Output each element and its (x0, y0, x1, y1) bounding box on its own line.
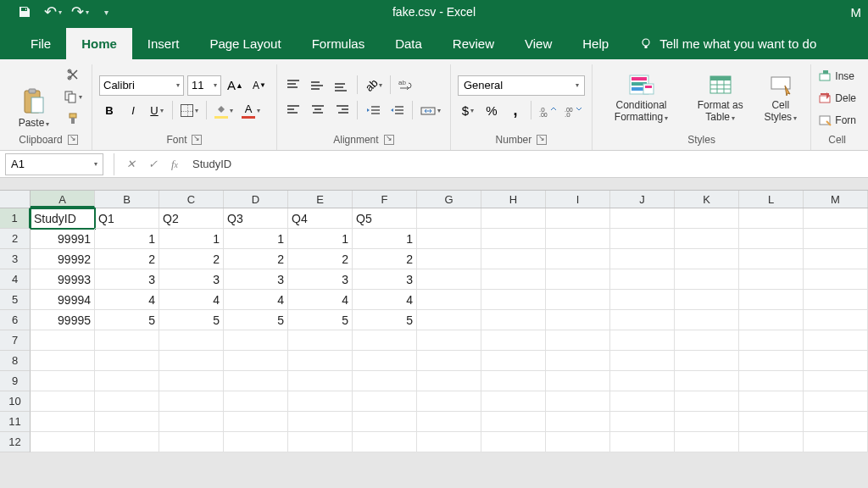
font-name-select[interactable]: Calibri▾ (99, 75, 184, 96)
fill-color-button[interactable]: ▾ (212, 101, 236, 121)
cell[interactable] (739, 229, 804, 249)
cell[interactable] (417, 351, 481, 371)
tab-home[interactable]: Home (66, 28, 132, 59)
cell[interactable] (610, 391, 675, 412)
cell[interactable]: 4 (224, 290, 288, 310)
cell[interactable]: 3 (288, 269, 353, 290)
cell[interactable] (481, 371, 546, 391)
cell[interactable] (804, 249, 868, 269)
tab-file[interactable]: File (15, 28, 66, 59)
merge-center-button[interactable]: ▾ (418, 101, 443, 121)
cell[interactable]: Q5 (353, 208, 417, 229)
format-cells-button[interactable]: Forn (818, 110, 856, 130)
paste-button[interactable]: Paste▾ (12, 64, 56, 130)
col-header[interactable]: I (546, 191, 610, 208)
cell[interactable] (804, 229, 868, 249)
cell[interactable]: 1 (288, 229, 353, 249)
tell-me-search[interactable]: Tell me what you want to do (624, 28, 832, 59)
borders-button[interactable]: ▾ (178, 101, 201, 121)
cell[interactable]: Q1 (95, 208, 159, 229)
cell[interactable] (675, 208, 739, 229)
row-header[interactable]: 9 (0, 371, 31, 391)
cell[interactable] (804, 208, 868, 229)
cell[interactable]: 99994 (31, 290, 95, 310)
increase-decimal-button[interactable]: .0.00 (537, 101, 559, 121)
cell[interactable] (417, 391, 481, 412)
cell[interactable] (31, 391, 95, 412)
format-painter-button[interactable] (61, 108, 85, 129)
cell[interactable] (31, 412, 95, 432)
cell[interactable] (610, 412, 675, 432)
qat-customize[interactable]: ▾ (97, 3, 115, 21)
cell[interactable] (95, 371, 159, 391)
cell[interactable]: 1 (224, 229, 288, 249)
cell[interactable] (804, 310, 868, 330)
cell[interactable] (675, 351, 739, 371)
cell[interactable] (417, 269, 481, 290)
cell[interactable]: 3 (224, 269, 288, 290)
insert-cells-button[interactable]: Inse (818, 66, 854, 86)
tab-help[interactable]: Help (567, 28, 624, 59)
cell[interactable] (546, 330, 610, 351)
cell[interactable] (739, 330, 804, 351)
cell[interactable] (95, 330, 159, 351)
tab-review[interactable]: Review (437, 28, 509, 59)
col-header[interactable]: D (224, 191, 288, 208)
cell[interactable] (546, 371, 610, 391)
underline-button[interactable]: U▾ (147, 101, 167, 121)
align-left-button[interactable] (284, 101, 304, 121)
cell[interactable] (546, 432, 610, 452)
cell[interactable]: 3 (353, 269, 417, 290)
cell[interactable] (675, 432, 739, 452)
cell[interactable]: 5 (353, 310, 417, 330)
col-header[interactable]: G (417, 191, 481, 208)
tab-formulas[interactable]: Formulas (297, 28, 381, 59)
cell[interactable] (739, 351, 804, 371)
cell[interactable] (546, 351, 610, 371)
enter-formula-button[interactable]: ✓ (142, 158, 164, 170)
align-middle-button[interactable] (308, 75, 328, 96)
cell[interactable] (159, 330, 224, 351)
accounting-format-button[interactable]: $▾ (458, 101, 478, 121)
cell[interactable] (288, 371, 353, 391)
cell[interactable] (224, 330, 288, 351)
cell[interactable]: 5 (288, 310, 353, 330)
cell[interactable]: 99993 (31, 269, 95, 290)
cell[interactable] (610, 208, 675, 229)
col-header[interactable]: K (675, 191, 739, 208)
cell[interactable] (610, 290, 675, 310)
col-header[interactable]: M (804, 191, 868, 208)
copy-button[interactable]: ▾ (61, 86, 85, 107)
col-header[interactable]: C (159, 191, 224, 208)
cell[interactable] (481, 249, 546, 269)
cell[interactable] (31, 432, 95, 452)
cell[interactable]: Q3 (224, 208, 288, 229)
cell[interactable]: StudyID (31, 208, 95, 229)
cell[interactable] (739, 391, 804, 412)
cell[interactable]: 99992 (31, 249, 95, 269)
decrease-indent-button[interactable] (363, 101, 383, 121)
cell[interactable] (159, 412, 224, 432)
cell[interactable]: 4 (95, 290, 159, 310)
cell[interactable] (417, 310, 481, 330)
cell[interactable] (610, 432, 675, 452)
formula-input[interactable]: StudyID (186, 158, 868, 170)
col-header[interactable]: J (610, 191, 675, 208)
cell[interactable] (481, 432, 546, 452)
tab-data[interactable]: Data (380, 28, 437, 59)
cell[interactable] (739, 290, 804, 310)
cell[interactable] (481, 208, 546, 229)
cell[interactable] (224, 432, 288, 452)
cell[interactable]: 4 (288, 290, 353, 310)
cell[interactable] (353, 330, 417, 351)
cell[interactable] (739, 269, 804, 290)
conditional-formatting-button[interactable]: Conditional Formatting▾ (599, 64, 683, 130)
col-header[interactable]: B (95, 191, 159, 208)
cell[interactable] (610, 249, 675, 269)
cell[interactable] (159, 371, 224, 391)
cell[interactable]: 2 (95, 249, 159, 269)
col-header[interactable]: A (31, 191, 95, 208)
cell[interactable] (288, 432, 353, 452)
format-as-table-button[interactable]: Format as Table▾ (688, 64, 752, 130)
select-all-corner[interactable] (0, 191, 31, 208)
